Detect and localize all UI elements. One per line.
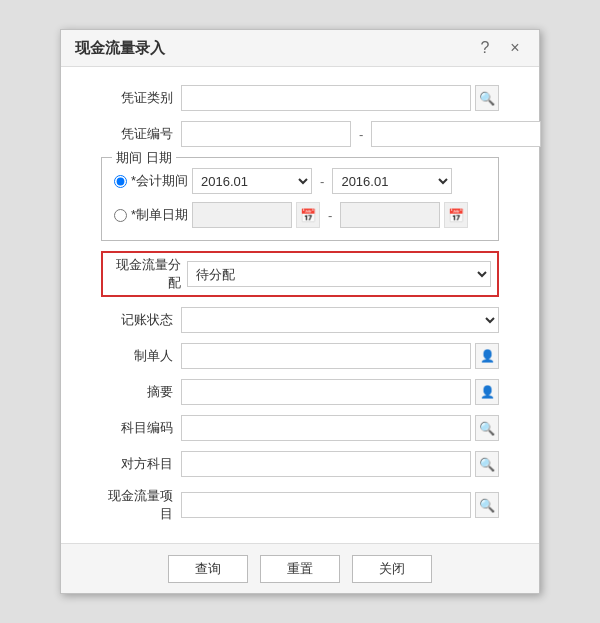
document-date-label: *制单日期 xyxy=(131,206,192,224)
query-button[interactable]: 查询 xyxy=(168,555,248,583)
period-dash-separator: - xyxy=(316,174,328,189)
cash-flow-item-field: 🔍 xyxy=(181,492,499,518)
document-date-from-input xyxy=(192,202,292,228)
creator-field: 👤 xyxy=(181,343,499,369)
summary-label: 摘要 xyxy=(101,383,181,401)
help-icon[interactable]: ? xyxy=(475,38,495,58)
counterpart-row: 对方科目 🔍 xyxy=(101,451,499,477)
counterpart-label: 对方科目 xyxy=(101,455,181,473)
dialog-footer: 查询 重置 关闭 xyxy=(61,543,539,593)
bookkeeping-row: 记账状态 已记账 未记账 xyxy=(101,307,499,333)
counterpart-field: 🔍 xyxy=(181,451,499,477)
cash-flow-item-row: 现金流量项目 🔍 xyxy=(101,487,499,523)
titlebar: 现金流量录入 ? × xyxy=(61,30,539,67)
summary-input[interactable] xyxy=(181,379,471,405)
subject-code-label: 科目编码 xyxy=(101,419,181,437)
dialog-body: 凭证类别 🔍 凭证编号 - 期间 日期 *会计期间 xyxy=(61,67,539,543)
subject-code-field: 🔍 xyxy=(181,415,499,441)
cash-flow-dist-label: 现金流量分配 xyxy=(109,256,181,292)
voucher-number-field: - xyxy=(181,121,541,147)
counterpart-search-icon[interactable]: 🔍 xyxy=(475,451,499,477)
accounting-period-label: *会计期间 xyxy=(131,172,192,190)
document-date-to-calendar-icon: 📅 xyxy=(444,202,468,228)
dialog-title: 现金流量录入 xyxy=(75,39,165,58)
document-date-from-calendar-icon: 📅 xyxy=(296,202,320,228)
subject-code-row: 科目编码 🔍 xyxy=(101,415,499,441)
close-button[interactable]: 关闭 xyxy=(352,555,432,583)
document-date-radio[interactable] xyxy=(114,209,127,222)
counterpart-input[interactable] xyxy=(181,451,471,477)
summary-field: 👤 xyxy=(181,379,499,405)
reset-button[interactable]: 重置 xyxy=(260,555,340,583)
voucher-number-row: 凭证编号 - xyxy=(101,121,499,147)
document-date-row: *制单日期 📅 - 📅 xyxy=(114,202,486,228)
bookkeeping-label: 记账状态 xyxy=(101,311,181,329)
creator-search-icon[interactable]: 👤 xyxy=(475,343,499,369)
cash-flow-item-search-icon[interactable]: 🔍 xyxy=(475,492,499,518)
titlebar-icons: ? × xyxy=(475,38,525,58)
voucher-type-input[interactable] xyxy=(181,85,471,111)
document-date-to-input xyxy=(340,202,440,228)
summary-row: 摘要 👤 xyxy=(101,379,499,405)
bookkeeping-field: 已记账 未记账 xyxy=(181,307,499,333)
voucher-type-field: 🔍 xyxy=(181,85,499,111)
bookkeeping-select[interactable]: 已记账 未记账 xyxy=(181,307,499,333)
cash-flow-item-input[interactable] xyxy=(181,492,471,518)
period-group-legend: 期间 日期 xyxy=(112,149,176,167)
accounting-period-row: *会计期间 2016.01 - 2016.01 xyxy=(114,168,486,194)
creator-input[interactable] xyxy=(181,343,471,369)
close-icon[interactable]: × xyxy=(505,38,525,58)
creator-row: 制单人 👤 xyxy=(101,343,499,369)
period-date-group: 期间 日期 *会计期间 2016.01 - 2016.01 xyxy=(101,157,499,241)
voucher-type-row: 凭证类别 🔍 xyxy=(101,85,499,111)
cash-flow-dialog: 现金流量录入 ? × 凭证类别 🔍 凭证编号 - 期间 日期 xyxy=(60,29,540,594)
voucher-number-input-to[interactable] xyxy=(371,121,541,147)
cash-flow-dist-select[interactable]: 待分配 已分配 全部 xyxy=(187,261,491,287)
voucher-number-label: 凭证编号 xyxy=(101,125,181,143)
accounting-period-from-select[interactable]: 2016.01 xyxy=(192,168,312,194)
summary-search-icon[interactable]: 👤 xyxy=(475,379,499,405)
cash-flow-item-label: 现金流量项目 xyxy=(101,487,181,523)
voucher-number-input-from[interactable] xyxy=(181,121,351,147)
document-date-field: 📅 - 📅 xyxy=(192,202,486,228)
subject-code-search-icon[interactable]: 🔍 xyxy=(475,415,499,441)
voucher-type-label: 凭证类别 xyxy=(101,89,181,107)
subject-code-input[interactable] xyxy=(181,415,471,441)
number-dash-separator: - xyxy=(355,127,367,142)
voucher-type-search-icon[interactable]: 🔍 xyxy=(475,85,499,111)
accounting-period-radio[interactable] xyxy=(114,175,127,188)
accounting-period-field: 2016.01 - 2016.01 xyxy=(192,168,486,194)
creator-label: 制单人 xyxy=(101,347,181,365)
doc-date-dash-separator: - xyxy=(324,208,336,223)
accounting-period-to-select[interactable]: 2016.01 xyxy=(332,168,452,194)
cash-flow-dist-highlighted-row: 现金流量分配 待分配 已分配 全部 xyxy=(101,251,499,297)
